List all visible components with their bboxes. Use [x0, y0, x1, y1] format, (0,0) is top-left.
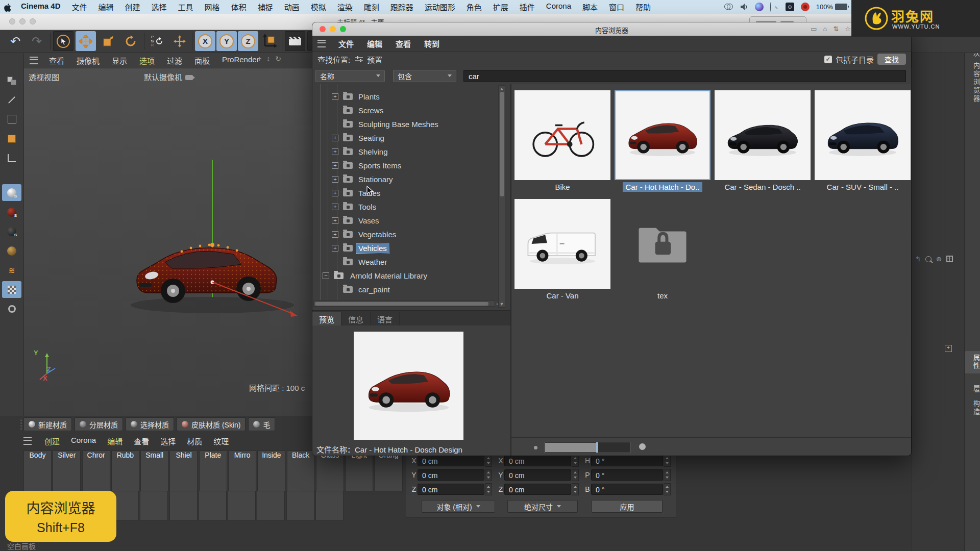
small-size-icon[interactable]: [534, 446, 537, 449]
material-create-button[interactable]: 皮肤材质 (Skin): [177, 417, 246, 431]
z-axis-lock-button[interactable]: Z: [238, 31, 258, 51]
model-mode-icon[interactable]: [2, 72, 21, 89]
favorite-icon[interactable]: ☆: [845, 25, 851, 33]
stepper[interactable]: [572, 483, 579, 495]
battery-indicator[interactable]: 100%: [816, 3, 847, 11]
shader-ball-white-icon[interactable]: S: [2, 184, 21, 201]
close-button[interactable]: [9, 18, 15, 24]
expander-icon[interactable]: +: [332, 231, 338, 238]
tree-item[interactable]: + Vehicles: [312, 241, 501, 255]
coordinate-input[interactable]: 0 cm: [418, 469, 484, 481]
expander-icon[interactable]: +: [332, 135, 338, 141]
expander-icon[interactable]: +: [332, 204, 338, 210]
expand-icon[interactable]: +: [945, 345, 952, 352]
coordinate-input[interactable]: 0 °: [591, 455, 663, 466]
home-icon[interactable]: ⌂: [823, 25, 827, 33]
tree-item[interactable]: + Seating: [312, 131, 501, 145]
coordinate-system-button[interactable]: [259, 31, 280, 51]
menubar-item[interactable]: 捕捉: [252, 2, 279, 12]
stepper[interactable]: [572, 455, 579, 467]
material-tile[interactable]: Glass: [316, 450, 344, 491]
tree-scroll-right-icon[interactable]: ›: [496, 300, 498, 307]
menubar-item[interactable]: 运动图形: [419, 2, 461, 12]
rotate-view-icon[interactable]: ↻: [275, 55, 281, 63]
volume-icon[interactable]: [740, 3, 748, 11]
stepper[interactable]: [664, 455, 671, 467]
material-tile[interactable]: Plate: [199, 450, 227, 491]
material-tile[interactable]: Mirro: [228, 450, 256, 491]
material-palette-grip[interactable]: [19, 418, 22, 431]
menubar-item[interactable]: 工具: [173, 2, 199, 12]
material-create-button[interactable]: 毛: [248, 417, 275, 431]
tree-item[interactable]: + Sports Items: [312, 159, 501, 172]
minimize-button[interactable]: [19, 18, 26, 24]
input-source-icon[interactable]: ☺: [786, 3, 794, 11]
tree-item[interactable]: + Vases: [312, 214, 501, 228]
texture-checker-icon[interactable]: [2, 281, 21, 298]
shader-ball-dark-icon[interactable]: S: [2, 223, 21, 240]
asset-card-tex-folder[interactable]: tex: [615, 199, 710, 302]
find-target[interactable]: 预置: [367, 54, 382, 65]
material-tile[interactable]: Light: [345, 450, 373, 491]
expander-icon[interactable]: +: [332, 162, 338, 169]
rotate-tool[interactable]: [120, 31, 141, 51]
menubar-item[interactable]: 动画: [279, 2, 305, 12]
material-tile[interactable]: [140, 491, 168, 520]
material-tile[interactable]: [228, 491, 256, 520]
apply-button[interactable]: 应用: [592, 500, 663, 513]
stepper[interactable]: [664, 483, 671, 495]
link-rings-icon[interactable]: [724, 3, 733, 11]
viewport-menu-item[interactable]: 查看: [43, 55, 70, 66]
tree-vertical-scrollbar[interactable]: ▲ ▼: [498, 85, 505, 308]
search-icon[interactable]: [925, 256, 932, 262]
asset-card-suv[interactable]: Car - SUV - Small - ..: [815, 90, 911, 193]
view-label[interactable]: 透视视图: [29, 71, 59, 82]
browser-menu-item[interactable]: 编辑: [360, 38, 389, 49]
material-tile[interactable]: [257, 491, 285, 520]
search-input[interactable]: car: [463, 70, 906, 82]
live-selection-tool[interactable]: [53, 31, 74, 51]
coordinate-input[interactable]: 0 °: [591, 484, 663, 495]
material-tile[interactable]: Small: [140, 450, 168, 491]
filter-field-dropdown[interactable]: 名称: [315, 70, 385, 82]
material-create-button[interactable]: 选择材质: [126, 417, 174, 431]
expander-icon[interactable]: +: [332, 93, 338, 100]
window-layout-icon[interactable]: ▭: [811, 25, 817, 33]
coordinate-input[interactable]: 0 cm: [504, 455, 571, 466]
deformer-icon[interactable]: ≋: [2, 262, 21, 279]
large-size-icon[interactable]: [639, 443, 646, 450]
spotlight-search-icon[interactable]: [770, 3, 779, 11]
viewport-menu-item[interactable]: 显示: [106, 55, 133, 66]
tab-attributes[interactable]: 属性: [965, 351, 980, 373]
viewport-car-model[interactable]: [105, 129, 320, 348]
asset-card-bike[interactable]: Bike: [514, 90, 610, 193]
menubar-item[interactable]: 角色: [461, 2, 487, 12]
coordinate-input[interactable]: 0 cm: [504, 469, 571, 481]
viewport-menu-item[interactable]: 选项: [133, 55, 161, 66]
render-view-button[interactable]: [285, 31, 305, 51]
rotate-ring-icon[interactable]: [2, 300, 21, 317]
camera-label[interactable]: 默认摄像机: [144, 71, 193, 82]
menubar-item[interactable]: 创建: [119, 2, 146, 12]
material-tile[interactable]: Body: [23, 450, 52, 491]
size-slider[interactable]: [544, 442, 631, 453]
menubar-item[interactable]: 网格: [199, 2, 226, 12]
browser-menu-icon[interactable]: [317, 40, 326, 47]
shader-ball-red-icon[interactable]: S: [2, 204, 21, 220]
y-axis-lock-button[interactable]: Y: [216, 31, 237, 51]
tree-horizontal-scrollbar[interactable]: [313, 300, 495, 307]
material-menu-item[interactable]: 查看: [128, 436, 155, 446]
tree-item[interactable]: − Arnold Material Library: [312, 269, 501, 283]
stepper[interactable]: [664, 469, 671, 481]
solid-cube-icon[interactable]: [2, 130, 21, 147]
move-tool[interactable]: [76, 31, 96, 51]
material-tile[interactable]: Chror: [82, 450, 110, 491]
tree-item[interactable]: + Tables: [312, 186, 501, 200]
viewport-menu-icon[interactable]: [30, 57, 38, 64]
tab-content-browser[interactable]: 内容浏览器: [965, 62, 980, 103]
zoom-button[interactable]: [30, 18, 36, 24]
expander-icon[interactable]: +: [332, 190, 338, 196]
filter-op-dropdown[interactable]: 包含: [393, 70, 456, 82]
tree-item[interactable]: + Vegetables: [312, 228, 501, 241]
record-indicator-icon[interactable]: [801, 3, 810, 11]
